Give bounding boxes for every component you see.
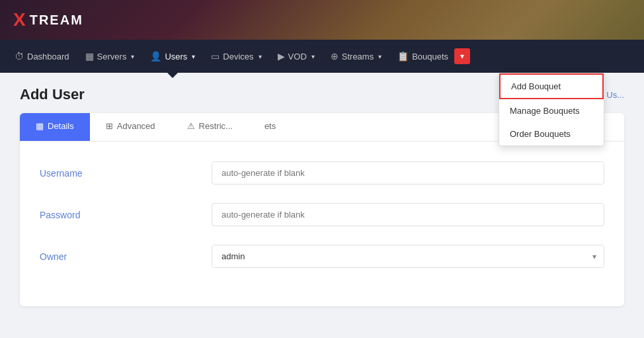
nav-vod-label: VOD — [288, 52, 307, 62]
bouquets-dropdown: Add Bouquet Manage Bouquets Order Bouque… — [499, 73, 604, 146]
users-icon: 👤 — [150, 51, 161, 62]
servers-icon: ▦ — [85, 51, 94, 62]
bouquets-chevron-box[interactable]: ▾ — [454, 48, 470, 64]
bouquets-icon: 📋 — [397, 51, 409, 62]
logo-x: X — [13, 9, 27, 30]
nav-streams-label: Streams — [342, 52, 374, 62]
users-dropdown-arrow — [167, 73, 178, 78]
tab-advanced-label: Advanced — [117, 121, 155, 131]
tab-details[interactable]: ▦ Details — [20, 113, 90, 141]
streams-chevron: ▾ — [378, 53, 382, 60]
password-label: Password — [40, 210, 212, 220]
devices-chevron: ▾ — [259, 53, 262, 60]
owner-select-wrap: admin ▾ — [212, 245, 604, 268]
dashboard-icon: ⏱ — [15, 51, 24, 62]
nav-dashboard[interactable]: ⏱ Dashboard — [7, 40, 77, 73]
tab-details-label: Details — [48, 121, 74, 131]
nav-vod[interactable]: ▶ VOD ▾ — [270, 40, 323, 73]
owner-select[interactable]: admin — [212, 245, 604, 268]
advanced-tab-icon: ⊞ — [106, 121, 113, 131]
servers-chevron: ▾ — [131, 53, 134, 60]
dropdown-order-bouquets[interactable]: Order Bouquets — [499, 122, 604, 146]
nav-servers-label: Servers — [97, 52, 127, 62]
owner-label: Owner — [40, 251, 212, 262]
dropdown-manage-bouquets[interactable]: Manage Bouquets — [499, 99, 604, 122]
nav-servers[interactable]: ▦ Servers ▾ — [77, 40, 143, 73]
details-tab-icon: ▦ — [36, 121, 44, 131]
nav-users-label: Users — [165, 52, 187, 62]
header: X TREAM — [0, 0, 644, 40]
nav-bouquets[interactable]: 📋 Bouquets ▾ — [389, 40, 478, 73]
password-row: Password — [40, 203, 604, 226]
nav-devices-label: Devices — [223, 52, 253, 62]
vod-icon: ▶ — [278, 51, 285, 62]
nav-streams[interactable]: ⊕ Streams ▾ — [323, 40, 389, 73]
username-row: Username — [40, 161, 604, 185]
vod-chevron: ▾ — [311, 53, 315, 60]
streams-icon: ⊕ — [331, 51, 339, 62]
nav-dashboard-label: Dashboard — [27, 52, 69, 62]
tab-advanced[interactable]: ⊞ Advanced — [90, 113, 171, 141]
password-input[interactable] — [212, 203, 604, 226]
tab-bouquets[interactable]: ets — [249, 113, 292, 141]
username-label: Username — [40, 168, 212, 179]
form-body: Username Password Owner admin ▾ — [20, 142, 624, 306]
logo-text: TREAM — [30, 13, 83, 28]
username-input[interactable] — [212, 161, 604, 185]
tab-restrictions-label: Restric... — [199, 121, 233, 131]
tab-restrictions[interactable]: ⚠ Restric... — [171, 113, 249, 141]
logo[interactable]: X TREAM — [13, 9, 83, 30]
owner-row: Owner admin ▾ — [40, 245, 604, 268]
page-title: Add User — [20, 86, 85, 103]
users-chevron: ▾ — [192, 53, 195, 60]
nav-devices[interactable]: ▭ Devices ▾ — [203, 40, 269, 73]
main-nav: ⏱ Dashboard ▦ Servers ▾ 👤 Users ▾ ▭ Devi… — [0, 40, 644, 73]
nav-users[interactable]: 👤 Users ▾ — [142, 40, 203, 73]
devices-icon: ▭ — [211, 51, 220, 62]
nav-bouquets-label: Bouquets — [412, 52, 448, 62]
dropdown-add-bouquet[interactable]: Add Bouquet — [499, 73, 604, 99]
restrictions-tab-icon: ⚠ — [187, 121, 195, 131]
tab-bouquets-label: ets — [264, 121, 276, 131]
